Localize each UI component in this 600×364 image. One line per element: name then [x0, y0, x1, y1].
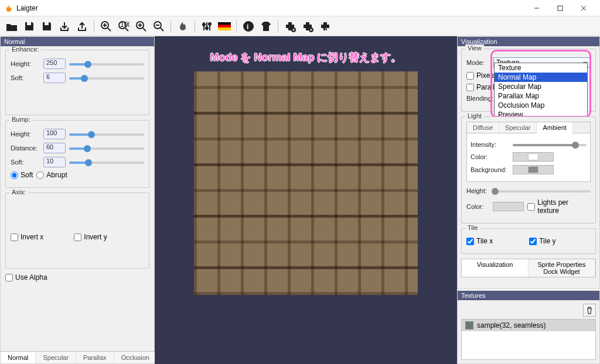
- parallax-checkbox[interactable]: Parall: [466, 83, 495, 91]
- light-color2-swatch[interactable]: [493, 202, 524, 211]
- bump-soft-slider[interactable]: [69, 158, 144, 166]
- bump-abrupt-radio[interactable]: Abrupt: [36, 171, 67, 179]
- plugin-refresh-icon[interactable]: [318, 19, 332, 33]
- tab-specular[interactable]: Specular: [36, 352, 76, 363]
- tab-parallax[interactable]: Parallax: [76, 352, 114, 363]
- bump-soft-label: Soft:: [11, 159, 40, 166]
- toolbar: 100 i: [0, 16, 600, 36]
- invert-x-label: Invert x: [21, 233, 43, 241]
- parallax-label: Parall: [476, 83, 495, 91]
- textures-panel-title: Textures: [458, 291, 599, 300]
- window-title: Laigter: [16, 4, 525, 12]
- minimize-button[interactable]: [525, 1, 548, 15]
- plugin-remove-icon[interactable]: [301, 19, 315, 33]
- svg-text:100: 100: [120, 20, 129, 29]
- enhance-soft-label: Soft:: [11, 74, 40, 81]
- enhance-soft-slider[interactable]: [69, 74, 144, 82]
- language-flag-icon[interactable]: [217, 19, 231, 33]
- bump-distance-slider[interactable]: [69, 144, 144, 152]
- tile-y-label: Tile y: [539, 237, 555, 245]
- tab-normal[interactable]: Normal: [1, 352, 36, 363]
- mode-option-normal-map[interactable]: Normal Map: [495, 73, 587, 82]
- textures-list[interactable]: sample(32, seamless): [461, 319, 596, 360]
- left-panel: Normal Enhance: Height: 250 Soft: 6 B: [0, 36, 155, 364]
- delete-texture-button[interactable]: [583, 304, 596, 317]
- enhance-height-slider[interactable]: [69, 60, 144, 68]
- mode-option-texture[interactable]: Texture: [495, 63, 587, 73]
- axis-group: Axis: Invert x Invert y: [5, 193, 149, 269]
- enhance-group: Enhance: Height: 250 Soft: 6: [5, 50, 149, 115]
- zoom-in-icon[interactable]: [99, 19, 113, 33]
- zoom-reset-icon[interactable]: 100: [117, 19, 131, 33]
- enhance-label: Enhance:: [9, 46, 41, 53]
- bump-soft-radio[interactable]: Soft: [11, 171, 33, 179]
- light-height-label: Height:: [466, 187, 490, 194]
- svg-rect-2: [558, 6, 562, 11]
- svg-point-22: [203, 23, 205, 26]
- info-icon[interactable]: i: [241, 19, 255, 33]
- svg-text:i: i: [247, 23, 248, 31]
- save-icon[interactable]: [22, 19, 36, 33]
- import-icon[interactable]: [57, 19, 71, 33]
- svg-line-13: [143, 28, 146, 31]
- export-icon[interactable]: [75, 19, 89, 33]
- viewport[interactable]: Mode を Normal Map に切り替えます。: [155, 36, 457, 364]
- tile-y-checkbox[interactable]: Tile y: [529, 237, 555, 245]
- open-icon[interactable]: [5, 19, 19, 33]
- background-color-swatch[interactable]: [513, 165, 554, 174]
- fire-icon[interactable]: [176, 19, 190, 33]
- bump-group: Bump: Height: 100 Distance: 60 Soft: 10: [5, 120, 149, 188]
- light-tab-diffuse[interactable]: Diffuse: [467, 122, 499, 133]
- texture-list-item[interactable]: sample(32, seamless): [462, 320, 595, 331]
- intensity-slider[interactable]: [513, 140, 587, 149]
- mode-option-occlusion-map[interactable]: Occlusion Map: [495, 101, 587, 110]
- zoom-out-icon[interactable]: [152, 19, 166, 33]
- light-tab-ambient[interactable]: Ambient: [537, 122, 572, 133]
- bump-soft-value[interactable]: 10: [43, 157, 66, 167]
- light-tabs: Diffuse Specular Ambient: [466, 122, 591, 133]
- mode-option-parallax-map[interactable]: Parallax Map: [495, 91, 587, 101]
- maximize-button[interactable]: [548, 1, 572, 15]
- mode-option-specular-map[interactable]: Specular Map: [495, 82, 587, 91]
- bump-height-label: Height:: [11, 131, 40, 138]
- light-color-swatch[interactable]: [513, 152, 554, 162]
- tab-occlusion[interactable]: Occlusion: [114, 352, 157, 363]
- use-alpha-checkbox[interactable]: Use Alpha: [5, 273, 149, 281]
- save-as-icon[interactable]: [40, 19, 54, 33]
- bump-height-value[interactable]: 100: [43, 129, 66, 139]
- enhance-soft-value[interactable]: 6: [43, 73, 66, 83]
- left-tabs: Normal Specular Parallax Occlusion: [1, 351, 154, 363]
- tile-x-label: Tile x: [476, 237, 493, 245]
- light-height-slider[interactable]: [493, 187, 591, 195]
- textures-panel: Textures sample(32, seamless): [457, 290, 600, 364]
- light-tab-specular[interactable]: Specular: [499, 122, 537, 133]
- axis-label: Axis:: [9, 188, 28, 195]
- bump-distance-value[interactable]: 60: [43, 143, 66, 153]
- invert-x-checkbox[interactable]: Invert x: [11, 233, 43, 241]
- zoom-fit-icon[interactable]: [134, 19, 148, 33]
- bump-height-slider[interactable]: [69, 130, 144, 138]
- app-logo-icon: [5, 4, 13, 12]
- invert-y-checkbox[interactable]: Invert y: [74, 233, 107, 241]
- tile-x-checkbox[interactable]: Tile x: [466, 237, 493, 245]
- close-button[interactable]: [572, 1, 595, 15]
- bump-abrupt-radio-label: Abrupt: [46, 171, 67, 179]
- svg-line-6: [108, 28, 111, 31]
- bump-label: Bump:: [9, 116, 33, 123]
- svg-point-24: [209, 23, 211, 25]
- svg-line-17: [161, 28, 163, 31]
- lights-per-texture-checkbox[interactable]: Lights per texture: [527, 198, 591, 215]
- svg-point-23: [206, 27, 208, 29]
- tile-label: Tile: [465, 224, 480, 231]
- bump-distance-label: Distance:: [11, 145, 40, 152]
- enhance-height-value[interactable]: 250: [43, 59, 66, 69]
- lights-per-texture-label: Lights per texture: [537, 198, 591, 215]
- dock-tab-visualization[interactable]: Visualization: [462, 259, 529, 277]
- mode-dropdown-list[interactable]: Texture Normal Map Specular Map Parallax…: [494, 63, 588, 120]
- light-color-label: Color:: [471, 153, 509, 160]
- settings-sliders-icon[interactable]: [200, 19, 214, 33]
- tshirt-icon[interactable]: [259, 19, 273, 33]
- dock-tab-sprite-properties[interactable]: Sprite Properties Dock Widget: [529, 259, 595, 277]
- background-label: Background:: [471, 166, 509, 173]
- plugin-add-icon[interactable]: [283, 19, 297, 33]
